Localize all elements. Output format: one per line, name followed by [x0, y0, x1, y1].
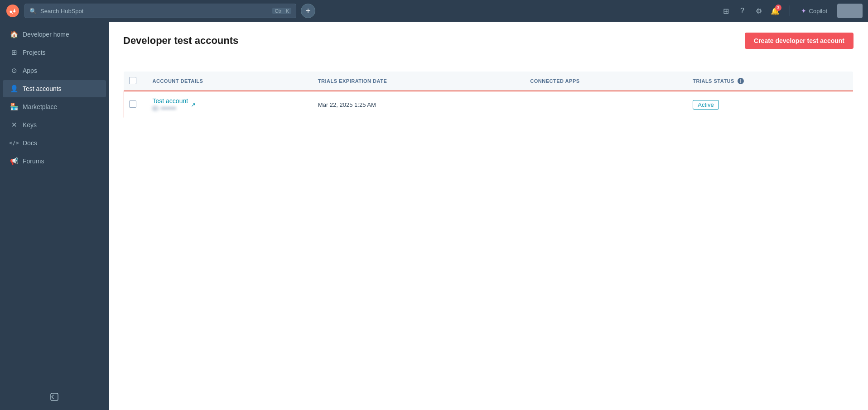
account-details-cell: Test account ID: •••••••• ↗	[145, 91, 311, 119]
copilot-label: Copilot	[809, 8, 827, 14]
sidebar-item-label: Marketplace	[23, 103, 57, 110]
account-id: ID: ••••••••	[153, 105, 188, 112]
apps-icon: ⊙	[10, 67, 18, 75]
sidebar-item-keys[interactable]: ✕ Keys	[3, 116, 106, 133]
sidebar-item-label: Test accounts	[23, 85, 62, 92]
search-icon: 🔍	[29, 8, 37, 14]
create-developer-test-account-button[interactable]: Create developer test account	[745, 33, 854, 49]
connected-apps-cell	[523, 91, 685, 119]
nav-icons: ⊞ ? ⚙ 🔔 3	[719, 4, 782, 18]
forums-icon: 📢	[10, 157, 18, 165]
header-connected-apps: CONNECTED APPS	[523, 72, 685, 91]
status-cell: Active	[685, 91, 853, 119]
table-container: ACCOUNT DETAILS TRIALS EXPIRATION DATE C…	[109, 60, 868, 410]
sparkle-icon: ✦	[801, 7, 806, 14]
sidebar-item-apps[interactable]: ⊙ Apps	[3, 62, 106, 79]
hubspot-logo[interactable]	[5, 4, 20, 18]
sidebar-item-marketplace[interactable]: 🏪 Marketplace	[3, 98, 106, 115]
sidebar-item-developer-home[interactable]: 🏠 Developer home	[3, 26, 106, 43]
header-trials-status: TRIALS STATUS i	[685, 72, 853, 91]
table-body: Test account ID: •••••••• ↗ Mar 22, 2025…	[124, 91, 854, 119]
test-accounts-table: ACCOUNT DETAILS TRIALS EXPIRATION DATE C…	[123, 71, 854, 119]
page-title: Developer test accounts	[123, 35, 238, 47]
sidebar-item-label: Keys	[23, 121, 37, 129]
main-content: Developer test accounts Create developer…	[109, 22, 868, 410]
top-navigation: 🔍 Search HubSpot Ctrl K + ⊞ ? ⚙ 🔔 3 ✦ Co…	[0, 0, 868, 22]
row-checkbox-cell	[124, 91, 145, 119]
notification-badge: 3	[775, 5, 781, 11]
sidebar-item-label: Projects	[23, 49, 46, 56]
projects-icon: ⊞	[10, 48, 18, 57]
sidebar-item-docs[interactable]: </> Docs	[3, 134, 106, 152]
display-icon-button[interactable]: ⊞	[719, 4, 733, 18]
external-link-icon[interactable]: ↗	[191, 101, 196, 108]
copilot-button[interactable]: ✦ Copilot	[797, 5, 831, 16]
marketplace-icon: 🏪	[10, 103, 18, 111]
home-icon: 🏠	[10, 30, 18, 38]
docs-icon: </>	[10, 139, 18, 147]
table-row[interactable]: Test account ID: •••••••• ↗ Mar 22, 2025…	[124, 91, 854, 119]
sidebar-item-label: Forums	[23, 157, 44, 165]
sidebar-item-test-accounts[interactable]: 👤 Test accounts	[3, 80, 106, 97]
account-name[interactable]: Test account	[153, 97, 188, 105]
notifications-icon-button[interactable]: 🔔 3	[768, 4, 782, 18]
sidebar-item-label: Developer home	[23, 31, 69, 38]
keys-icon: ✕	[10, 121, 18, 129]
nav-divider	[790, 5, 790, 16]
sidebar: 🏠 Developer home ⊞ Projects ⊙ Apps 👤 Tes…	[0, 22, 109, 410]
search-shortcut: Ctrl K	[272, 8, 291, 14]
add-button[interactable]: +	[301, 4, 315, 18]
sidebar-item-projects[interactable]: ⊞ Projects	[3, 44, 106, 61]
sidebar-collapse-button[interactable]	[0, 387, 109, 406]
svg-point-0	[6, 5, 19, 17]
sidebar-item-label: Apps	[23, 67, 37, 74]
sidebar-item-forums[interactable]: 📢 Forums	[3, 153, 106, 170]
settings-icon-button[interactable]: ⚙	[752, 4, 766, 18]
status-badge: Active	[693, 100, 719, 110]
help-icon-button[interactable]: ?	[735, 4, 750, 18]
select-all-checkbox[interactable]	[129, 77, 136, 84]
header-checkbox-col	[124, 72, 145, 91]
search-bar[interactable]: 🔍 Search HubSpot Ctrl K	[24, 4, 296, 18]
header-account-details: ACCOUNT DETAILS	[145, 72, 311, 91]
trials-status-info-icon[interactable]: i	[738, 78, 744, 84]
expiration-date-cell: Mar 22, 2025 1:25 AM	[311, 91, 523, 119]
table-header: ACCOUNT DETAILS TRIALS EXPIRATION DATE C…	[124, 72, 854, 91]
user-avatar[interactable]	[837, 4, 863, 18]
test-accounts-icon: 👤	[10, 85, 18, 93]
search-placeholder: Search HubSpot	[40, 8, 83, 14]
page-header: Developer test accounts Create developer…	[109, 22, 868, 60]
account-cell: Test account ID: •••••••• ↗	[153, 97, 304, 112]
header-trials-expiration: TRIALS EXPIRATION DATE	[311, 72, 523, 91]
sidebar-item-label: Docs	[23, 139, 37, 147]
row-checkbox[interactable]	[129, 100, 136, 108]
account-info: Test account ID: ••••••••	[153, 97, 188, 112]
